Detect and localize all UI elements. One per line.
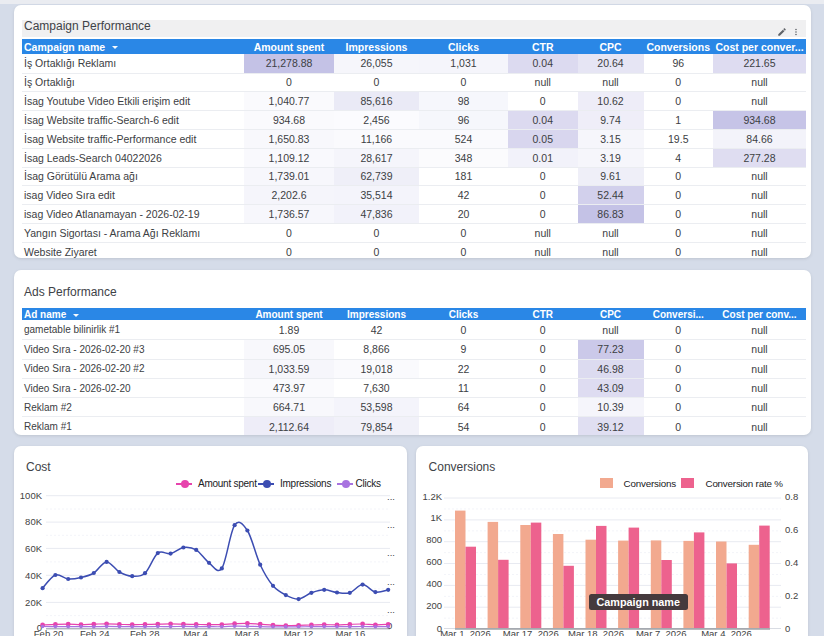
svg-text:600: 600 [426, 556, 442, 567]
svg-text:1.2K: 1.2K [422, 491, 442, 502]
svg-text:Mar 7, 2026: Mar 7, 2026 [636, 628, 687, 636]
svg-text:...: ... [387, 491, 395, 502]
svg-text:80K: 80K [25, 516, 43, 527]
svg-text:0.4: 0.4 [785, 557, 798, 568]
svg-text:Mar 4: Mar 4 [183, 628, 207, 636]
svg-text:Mar 1, 2026: Mar 1, 2026 [440, 628, 491, 636]
svg-text:400: 400 [426, 578, 442, 589]
svg-text:0.8: 0.8 [785, 491, 798, 502]
svg-text:800: 800 [426, 534, 442, 545]
svg-text:...: ... [387, 547, 395, 558]
svg-text:0: 0 [785, 623, 790, 634]
svg-text:Mar 4, 2026: Mar 4, 2026 [701, 628, 752, 636]
svg-text:Feb 28: Feb 28 [130, 628, 160, 636]
svg-text:Feb 20: Feb 20 [34, 628, 64, 636]
svg-text:Mar 16: Mar 16 [336, 628, 366, 636]
svg-text:40K: 40K [25, 570, 43, 581]
svg-text:Mar 12: Mar 12 [284, 628, 314, 636]
svg-text:200: 200 [426, 600, 442, 611]
svg-text:0.2: 0.2 [785, 590, 798, 601]
svg-text:...: ... [387, 519, 395, 530]
svg-text:Mar 17, 2026: Mar 17, 2026 [503, 628, 559, 636]
svg-text:1K: 1K [430, 512, 442, 523]
svg-text:...: ... [387, 576, 395, 587]
svg-text:Feb 24: Feb 24 [80, 628, 110, 636]
svg-text:...: ... [387, 604, 395, 615]
svg-text:Mar 8: Mar 8 [235, 628, 259, 636]
svg-text:60K: 60K [25, 543, 43, 554]
svg-text:Mar 18, 2026: Mar 18, 2026 [568, 628, 624, 636]
svg-text:100K: 100K [20, 490, 43, 501]
svg-text:20K: 20K [25, 597, 43, 608]
svg-text:0.6: 0.6 [785, 524, 798, 535]
